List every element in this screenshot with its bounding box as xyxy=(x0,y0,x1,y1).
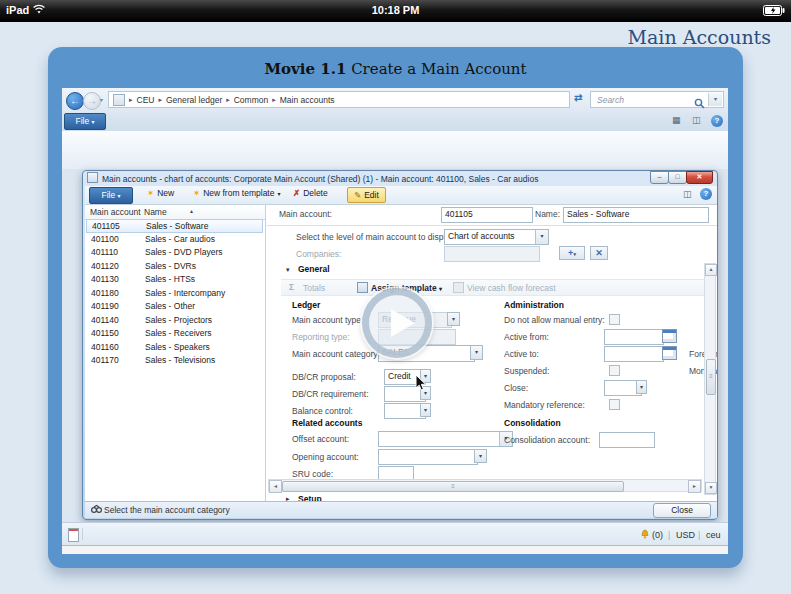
sigma-icon: Σ xyxy=(289,282,294,292)
pane-splitter[interactable] xyxy=(265,205,266,501)
currency-indicator[interactable]: USD xyxy=(676,530,695,540)
window-switch-icon[interactable]: ▦ xyxy=(672,115,681,125)
dbcr-requirement-label: DB/CR requirement: xyxy=(292,389,369,399)
close-window-button[interactable]: ✕ xyxy=(686,171,713,184)
remove-company-button[interactable]: ✕ xyxy=(590,246,608,260)
search-placeholder: Search xyxy=(597,95,624,105)
cell-account: 401160 xyxy=(91,341,119,354)
main-account-type-dropdown[interactable]: ▾ xyxy=(447,312,460,326)
calendar-icon[interactable] xyxy=(662,329,677,343)
minimize-button[interactable]: – xyxy=(650,171,669,184)
breadcrumb-item-ceu[interactable]: CEU xyxy=(137,95,155,105)
mandatory-reference-checkbox[interactable] xyxy=(609,399,620,410)
window-file-button[interactable]: File ▾ xyxy=(89,187,133,204)
play-button[interactable] xyxy=(362,288,432,358)
opening-account-dropdown[interactable]: ▾ xyxy=(474,449,487,463)
breadcrumb[interactable]: ▸ CEU ▸ General ledger ▸ Common ▸ Main a… xyxy=(108,91,570,108)
manual-entry-checkbox[interactable] xyxy=(609,314,620,325)
add-company-button[interactable]: +▾ xyxy=(559,246,585,260)
template-icon xyxy=(357,282,368,293)
setup-section-title[interactable]: Setup xyxy=(298,494,322,501)
layout-icon[interactable]: ◫ xyxy=(692,115,701,125)
general-section-title[interactable]: General xyxy=(298,264,330,274)
opening-account-field[interactable] xyxy=(378,449,478,465)
document-status-icon xyxy=(68,528,79,542)
close-button[interactable]: Close xyxy=(653,503,711,518)
grid-header: Main account Name ▲ xyxy=(85,205,265,220)
window-title-text: Main accounts - chart of accounts: Corpo… xyxy=(102,174,538,184)
clock-label: 10:18 PM xyxy=(0,4,791,16)
cell-name: Sales - DVD Players xyxy=(145,246,222,259)
vertical-scroll-thumb[interactable]: ≡ xyxy=(706,359,716,395)
column-header-main-account[interactable]: Main account xyxy=(90,207,141,217)
help-icon[interactable]: ? xyxy=(711,115,723,127)
scroll-left-icon[interactable]: ◄ xyxy=(269,480,282,493)
name-field[interactable]: Sales - Software xyxy=(563,207,709,223)
horizontal-scroll-thumb[interactable]: ≡ xyxy=(282,481,624,492)
edit-button[interactable]: ✎Edit xyxy=(347,187,386,203)
column-header-name[interactable]: Name xyxy=(144,207,167,217)
table-row[interactable]: 401150Sales - Receivers xyxy=(86,327,263,341)
main-account-category-dropdown[interactable]: ▾ xyxy=(470,345,483,360)
calendar-icon[interactable] xyxy=(662,346,677,360)
table-row[interactable]: 401160Sales - Speakers xyxy=(86,341,263,355)
scroll-right-icon[interactable]: ► xyxy=(688,480,701,493)
cash-flow-forecast-icon xyxy=(453,282,464,293)
movie-title-text: Create a Main Account xyxy=(346,60,526,78)
new-from-template-button[interactable]: ✶New from template▾ xyxy=(193,188,280,198)
suspended-checkbox[interactable] xyxy=(609,365,620,376)
window-file-label: File xyxy=(101,190,115,200)
maximize-button[interactable]: □ xyxy=(668,171,687,184)
breadcrumb-item-general-ledger[interactable]: General ledger xyxy=(166,95,222,105)
table-row[interactable]: 401100Sales - Car audios xyxy=(86,233,263,247)
main-account-field[interactable]: 401105 xyxy=(441,207,533,223)
cell-account: 401140 xyxy=(91,314,119,327)
quick-launch-icon[interactable]: ⇄ xyxy=(574,92,582,103)
active-from-field[interactable] xyxy=(604,329,664,345)
cell-account: 401190 xyxy=(91,300,119,313)
mouse-cursor xyxy=(415,374,427,396)
horizontal-scrollbar[interactable]: ◄ ≡ ► xyxy=(268,479,702,492)
vertical-scrollbar[interactable]: ▲ ≡ ▼ xyxy=(704,263,716,495)
search-icon xyxy=(694,95,705,113)
active-to-field[interactable] xyxy=(604,346,664,362)
level-dropdown[interactable]: Chart of accounts▾ xyxy=(444,229,549,245)
offset-account-field[interactable]: ▾ xyxy=(378,431,513,447)
table-row[interactable]: 401170Sales - Televisions xyxy=(86,354,263,368)
notifications-icon[interactable] xyxy=(640,529,650,542)
file-menu-button[interactable]: File ▾ xyxy=(64,113,106,130)
company-indicator[interactable]: ceu xyxy=(706,530,721,540)
table-row[interactable]: 401140Sales - Projectors xyxy=(86,314,263,328)
cell-name: Sales - DVRs xyxy=(145,260,196,273)
forward-button[interactable]: → xyxy=(83,92,101,110)
forward-arrow-icon: → xyxy=(87,95,97,106)
table-row[interactable]: 401120Sales - DVRs xyxy=(86,260,263,274)
view-cash-flow-button: View cash flow forecast xyxy=(467,283,556,293)
history-dropdown[interactable]: ▾ xyxy=(100,96,103,103)
search-dropdown[interactable]: ▾ xyxy=(708,93,722,106)
breadcrumb-item-main-accounts[interactable]: Main accounts xyxy=(280,95,335,105)
cell-account: 401100 xyxy=(91,233,119,246)
back-button[interactable]: ← xyxy=(66,92,84,110)
table-row[interactable]: 401105Sales - Software xyxy=(86,219,263,233)
section-expanded-icon[interactable]: ▾ xyxy=(286,266,290,274)
table-row[interactable]: 401130Sales - HTSs xyxy=(86,273,263,287)
cell-name: Sales - Other xyxy=(145,300,195,313)
cell-name: Sales - Intercompany xyxy=(145,287,225,300)
table-row[interactable]: 401110Sales - DVD Players xyxy=(86,246,263,260)
new-button[interactable]: ✶New xyxy=(147,188,174,198)
layout-icon[interactable]: ◫ xyxy=(683,189,692,199)
offset-account-label: Offset account: xyxy=(292,434,349,444)
balance-control-dropdown[interactable]: ▾ xyxy=(420,403,431,417)
breadcrumb-item-common[interactable]: Common xyxy=(234,95,268,105)
notifications-count[interactable]: (0) xyxy=(652,530,663,540)
delete-x-icon: ✗ xyxy=(293,188,300,198)
table-row[interactable]: 401180Sales - Intercompany xyxy=(86,287,263,301)
delete-button[interactable]: ✗Delete xyxy=(293,188,328,198)
help-icon[interactable]: ? xyxy=(700,188,712,200)
consolidation-account-field[interactable] xyxy=(599,432,655,448)
table-row[interactable]: 401190Sales - Other xyxy=(86,300,263,314)
breadcrumb-sep-icon: ▸ xyxy=(129,96,133,104)
close-dropdown[interactable]: ▾ xyxy=(636,380,647,394)
search-input[interactable]: Search ▾ xyxy=(590,91,724,108)
